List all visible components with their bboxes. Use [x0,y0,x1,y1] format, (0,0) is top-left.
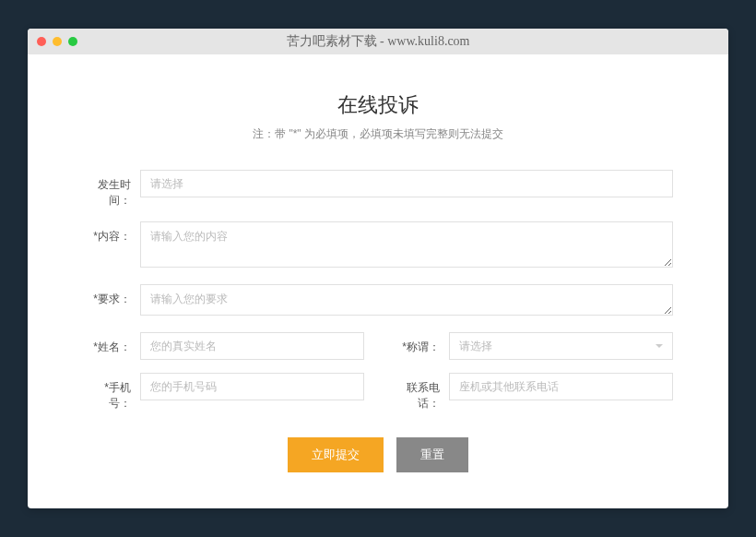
label-salutation: *称谓： [392,332,449,355]
salutation-select[interactable]: 请选择 [449,332,673,360]
form-content: 在线投诉 注：带 "*" 为必填项，必填项未填写完整则无法提交 发生时间： *内… [28,54,728,500]
phone-input[interactable] [449,373,673,400]
submit-button[interactable]: 立即提交 [288,437,384,472]
maximize-icon[interactable] [68,37,77,46]
minimize-icon[interactable] [53,37,62,46]
app-window: 苦力吧素材下载 - www.kuli8.com 在线投诉 注：带 "*" 为必填… [28,29,728,508]
reset-button[interactable]: 重置 [396,437,468,472]
name-input[interactable] [140,332,364,360]
row-content: *内容： [83,221,673,271]
row-time: 发生时间： [83,170,673,209]
button-row: 立即提交 重置 [83,437,673,472]
label-request: *要求： [83,284,140,307]
row-phone: *手机号： 联系电话： [83,373,673,412]
titlebar: 苦力吧素材下载 - www.kuli8.com [28,29,728,54]
mobile-input[interactable] [140,373,364,400]
window-title: 苦力吧素材下载 - www.kuli8.com [28,33,728,50]
content-textarea[interactable] [140,221,673,268]
label-mobile: *手机号： [83,373,140,412]
request-textarea[interactable] [140,284,673,316]
traffic-lights [37,37,77,46]
row-request: *要求： [83,284,673,319]
page-title: 在线投诉 [83,91,673,119]
label-content: *内容： [83,221,140,245]
salutation-placeholder: 请选择 [459,339,492,354]
time-input[interactable] [140,170,673,197]
label-name: *姓名： [83,332,140,355]
close-icon[interactable] [37,37,46,46]
label-phone: 联系电话： [392,373,449,412]
label-time: 发生时间： [83,170,140,209]
chevron-down-icon [656,344,663,348]
page-subtitle: 注：带 "*" 为必填项，必填项未填写完整则无法提交 [83,126,673,142]
row-name-salutation: *姓名： *称谓： 请选择 [83,332,673,360]
